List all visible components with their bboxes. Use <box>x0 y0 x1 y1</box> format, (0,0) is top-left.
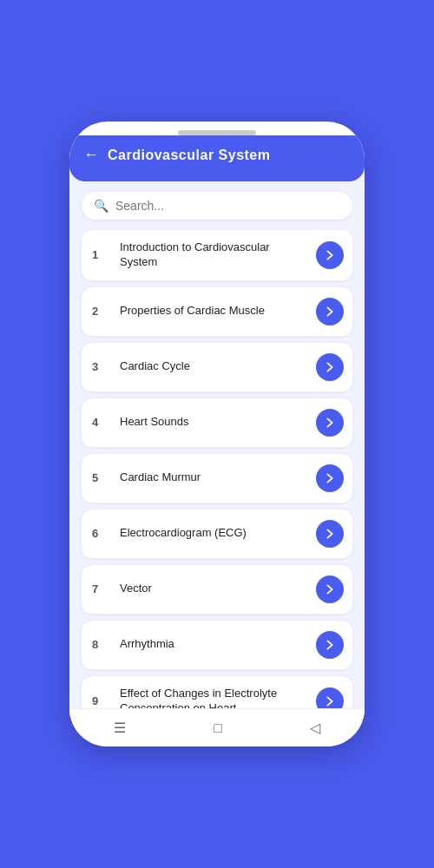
arrow-button[interactable] <box>316 687 344 708</box>
list-item[interactable]: 7 Vector <box>82 565 352 614</box>
arrow-button[interactable] <box>316 520 344 548</box>
arrow-right-icon <box>323 248 337 262</box>
list-item[interactable]: 9 Effect of Changes in Electrolyte Conce… <box>82 676 352 708</box>
back-button[interactable]: ← <box>83 146 99 164</box>
back-nav-icon[interactable]: ◁ <box>310 720 320 736</box>
list-item[interactable]: 6 Electrocardiogram (ECG) <box>82 510 352 558</box>
arrow-right-icon <box>323 638 337 652</box>
search-input[interactable] <box>115 199 340 213</box>
item-label: Effect of Changes in Electrolyte Concent… <box>120 687 309 708</box>
arrow-button[interactable] <box>316 241 344 269</box>
list-item[interactable]: 3 Cardiac Cycle <box>82 343 352 391</box>
item-label: Vector <box>120 582 309 596</box>
item-label: Cardiac Murmur <box>120 470 309 485</box>
arrow-button[interactable] <box>316 464 344 492</box>
item-number: 8 <box>92 638 111 651</box>
search-icon: 🔍 <box>94 199 108 213</box>
list-item[interactable]: 8 Arrhythmia <box>82 621 352 669</box>
arrow-right-icon <box>323 305 337 319</box>
item-number: 9 <box>92 694 111 707</box>
arrow-button[interactable] <box>316 575 344 603</box>
arrow-right-icon <box>323 360 337 374</box>
item-number: 4 <box>92 416 111 429</box>
arrow-right-icon <box>323 694 337 708</box>
search-bar: 🔍 <box>82 192 352 220</box>
home-icon[interactable]: □ <box>214 720 222 736</box>
menu-icon[interactable]: ☰ <box>114 720 126 736</box>
item-label: Arrhythmia <box>120 637 309 652</box>
item-label: Electrocardiogram (ECG) <box>120 526 309 541</box>
item-number: 6 <box>92 527 111 540</box>
arrow-button[interactable] <box>316 409 344 437</box>
arrow-right-icon <box>323 527 337 541</box>
item-label: Cardiac Cycle <box>120 359 309 374</box>
arrow-button[interactable] <box>316 631 344 659</box>
item-number: 7 <box>92 582 111 595</box>
item-number: 1 <box>92 248 111 261</box>
arrow-button[interactable] <box>316 298 344 326</box>
back-icon: ← <box>83 146 99 164</box>
arrow-right-icon <box>323 471 337 485</box>
arrow-button[interactable] <box>316 353 344 381</box>
page-title: Cardiovascular System <box>108 148 270 163</box>
topic-list: 1 Introduction to Cardiovascular System … <box>69 227 365 708</box>
list-item[interactable]: 5 Cardiac Murmur <box>82 454 352 503</box>
phone-frame: ← Cardiovascular System 🔍 1 Introduction… <box>69 122 365 746</box>
item-number: 5 <box>92 471 111 484</box>
list-item[interactable]: 4 Heart Sounds <box>82 398 352 447</box>
header: ← Cardiovascular System <box>69 135 365 181</box>
nav-bar: ☰ □ ◁ <box>69 708 365 746</box>
list-item[interactable]: 1 Introduction to Cardiovascular System <box>82 230 352 280</box>
list-item[interactable]: 2 Properties of Cardiac Muscle <box>82 287 352 336</box>
search-wrapper: 🔍 <box>69 181 365 227</box>
item-number: 3 <box>92 360 111 373</box>
item-number: 2 <box>92 305 111 318</box>
arrow-right-icon <box>323 582 337 596</box>
phone-screen: ← Cardiovascular System 🔍 1 Introduction… <box>69 135 365 746</box>
item-label: Introduction to Cardiovascular System <box>120 240 309 270</box>
arrow-right-icon <box>323 416 337 430</box>
item-label: Properties of Cardiac Muscle <box>120 304 309 319</box>
item-label: Heart Sounds <box>120 415 309 430</box>
